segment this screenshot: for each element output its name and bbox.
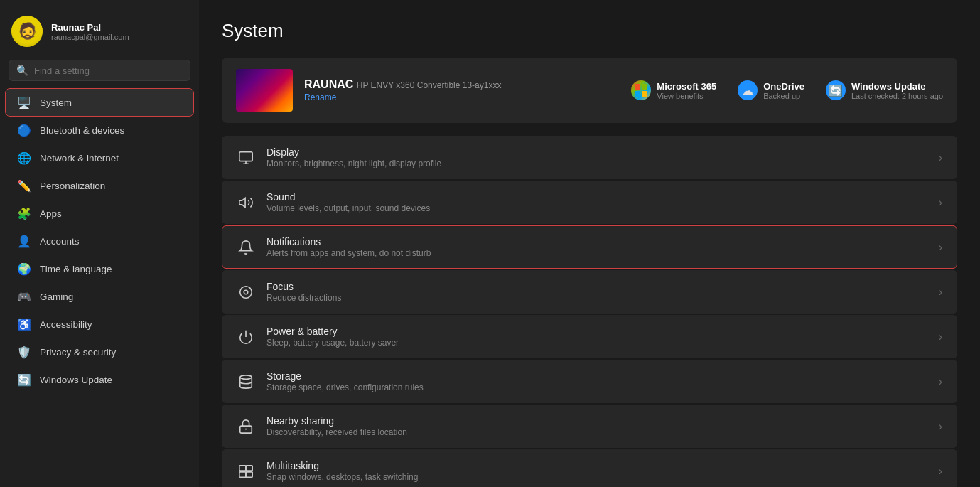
device-rename[interactable]: Rename: [304, 92, 620, 102]
setting-title-display: Display: [266, 146, 927, 158]
setting-text-focus: Focus Reduce distractions: [266, 281, 927, 303]
shortcut-sub-microsoft365: View benefits: [657, 92, 716, 100]
nav-label-accounts: Accounts: [40, 236, 80, 247]
svg-rect-3: [642, 91, 647, 97]
setting-desc-storage: Storage space, drives, configuration rul…: [266, 382, 927, 392]
setting-icon-power: [237, 328, 255, 346]
setting-item-nearby-sharing[interactable]: Nearby sharing Discoverability, received…: [222, 405, 957, 448]
setting-desc-focus: Reduce distractions: [266, 293, 927, 303]
svg-point-6: [240, 286, 252, 298]
shortcut-windows-update[interactable]: 🔄 Windows Update Last checked: 2 hours a…: [826, 80, 943, 100]
svg-point-7: [244, 290, 248, 294]
nav-icon-windows-update: 🔄: [17, 373, 31, 387]
sidebar-item-accounts[interactable]: 👤 Accounts: [6, 228, 193, 255]
shortcut-microsoft365[interactable]: Microsoft 365 View benefits: [631, 80, 716, 100]
setting-icon-display: [237, 149, 255, 167]
shortcut-sub-onedrive: Backed up: [763, 92, 804, 100]
device-name: RAUNAC: [304, 78, 353, 90]
chevron-right-icon-sound: ›: [939, 196, 942, 209]
setting-text-storage: Storage Storage space, drives, configura…: [266, 370, 927, 392]
chevron-right-icon-nearby-sharing: ›: [939, 420, 942, 433]
chevron-right-icon-storage: ›: [939, 375, 942, 388]
setting-title-power: Power & battery: [266, 326, 927, 337]
setting-text-nearby-sharing: Nearby sharing Discoverability, received…: [266, 415, 927, 437]
nav-label-gaming: Gaming: [40, 291, 73, 302]
nav-icon-system: 🖥️: [17, 95, 31, 109]
nav-icon-accounts: 👤: [17, 234, 31, 248]
sidebar-item-network[interactable]: 🌐 Network & internet: [6, 144, 193, 171]
setting-title-multitasking: Multitasking: [266, 460, 927, 471]
search-input[interactable]: [34, 65, 183, 76]
search-icon: 🔍: [16, 65, 28, 76]
chevron-right-icon-focus: ›: [939, 286, 942, 299]
sidebar-item-accessibility[interactable]: ♿ Accessibility: [6, 311, 193, 338]
page-title: System: [222, 20, 957, 42]
nav-label-privacy: Privacy & security: [40, 347, 116, 358]
nav-icon-gaming: 🎮: [17, 289, 31, 304]
setting-item-multitasking[interactable]: Multitasking Snap windows, desktops, tas…: [222, 449, 957, 487]
nav-icon-network: 🌐: [17, 151, 31, 165]
sidebar-item-privacy[interactable]: 🛡️ Privacy & security: [6, 338, 193, 365]
setting-item-power[interactable]: Power & battery Sleep, battery usage, ba…: [222, 315, 957, 358]
svg-point-9: [240, 375, 252, 379]
shortcut-text-microsoft365: Microsoft 365 View benefits: [657, 81, 716, 100]
chevron-right-icon-display: ›: [939, 151, 942, 164]
sidebar-item-personalization[interactable]: ✏️ Personalization: [6, 172, 193, 199]
setting-icon-nearby-sharing: [237, 417, 255, 436]
setting-title-notifications: Notifications: [266, 236, 927, 247]
device-card: RAUNAC HP ENVY x360 Convertible 13-ay1xx…: [222, 58, 957, 123]
setting-item-notifications[interactable]: Notifications Alerts from apps and syste…: [222, 225, 957, 269]
sidebar-item-windows-update[interactable]: 🔄 Windows Update: [6, 366, 193, 393]
setting-item-focus[interactable]: Focus Reduce distractions ›: [222, 270, 957, 314]
sidebar-item-bluetooth[interactable]: 🔵 Bluetooth & devices: [6, 117, 193, 144]
setting-icon-sound: [237, 193, 255, 212]
device-shortcuts: Microsoft 365 View benefits ☁ OneDrive B…: [631, 80, 943, 100]
setting-icon-focus: [237, 283, 255, 301]
shortcut-text-windows-update: Windows Update Last checked: 2 hours ago: [851, 81, 943, 100]
setting-desc-notifications: Alerts from apps and system, do not dist…: [266, 248, 927, 258]
setting-item-display[interactable]: Display Monitors, brightness, night ligh…: [222, 136, 957, 179]
windows-update-icon: 🔄: [826, 80, 846, 100]
setting-desc-power: Sleep, battery usage, battery saver: [266, 338, 927, 348]
shortcut-title-windows-update: Windows Update: [851, 81, 943, 92]
shortcut-title-onedrive: OneDrive: [763, 81, 804, 92]
main-content: System RAUNAC HP ENVY x360 Convertible 1…: [199, 0, 980, 487]
user-info: Raunac Pal raunacpal@gmail.com: [51, 22, 129, 41]
device-model: HP ENVY x360 Convertible 13-ay1xxx: [357, 80, 502, 90]
svg-marker-5: [239, 198, 245, 207]
shortcut-onedrive[interactable]: ☁ OneDrive Backed up: [738, 80, 804, 100]
sidebar-item-system[interactable]: 🖥️ System: [6, 89, 193, 116]
avatar-image: 🧔: [11, 16, 43, 47]
shortcut-sub-windows-update: Last checked: 2 hours ago: [851, 92, 943, 100]
nav-icon-personalization: ✏️: [17, 178, 31, 193]
chevron-right-icon-notifications: ›: [939, 241, 942, 254]
setting-desc-multitasking: Snap windows, desktops, task switching: [266, 472, 927, 482]
device-info: RAUNAC HP ENVY x360 Convertible 13-ay1xx…: [304, 78, 620, 102]
nav-icon-accessibility: ♿: [17, 317, 31, 331]
setting-icon-storage: [237, 373, 255, 391]
nav-label-personalization: Personalization: [40, 181, 105, 191]
sidebar-item-time[interactable]: 🌍 Time & language: [6, 255, 193, 282]
nav-icon-privacy: 🛡️: [17, 345, 31, 359]
setting-desc-sound: Volume levels, output, input, sound devi…: [266, 203, 927, 213]
sidebar-item-apps[interactable]: 🧩 Apps: [6, 200, 193, 227]
user-profile[interactable]: 🧔 Raunac Pal raunacpal@gmail.com: [0, 9, 199, 60]
search-box[interactable]: 🔍: [9, 60, 190, 81]
setting-desc-nearby-sharing: Discoverability, received files location: [266, 427, 927, 437]
nav-container: 🖥️ System 🔵 Bluetooth & devices 🌐 Networ…: [0, 88, 199, 394]
nav-label-time: Time & language: [40, 264, 112, 274]
setting-text-notifications: Notifications Alerts from apps and syste…: [266, 236, 927, 258]
setting-text-sound: Sound Volume levels, output, input, soun…: [266, 191, 927, 213]
nav-label-system: System: [40, 97, 72, 108]
nav-icon-time: 🌍: [17, 262, 31, 276]
svg-rect-12: [239, 465, 246, 470]
setting-item-sound[interactable]: Sound Volume levels, output, input, soun…: [222, 181, 957, 224]
sidebar-item-gaming[interactable]: 🎮 Gaming: [6, 283, 193, 310]
shortcut-title-microsoft365: Microsoft 365: [657, 81, 716, 92]
user-email: raunacpal@gmail.com: [51, 33, 129, 41]
avatar: 🧔: [11, 16, 43, 47]
svg-rect-15: [246, 471, 252, 476]
nav-icon-apps: 🧩: [17, 206, 31, 220]
setting-item-storage[interactable]: Storage Storage space, drives, configura…: [222, 360, 957, 403]
svg-rect-2: [635, 91, 640, 97]
